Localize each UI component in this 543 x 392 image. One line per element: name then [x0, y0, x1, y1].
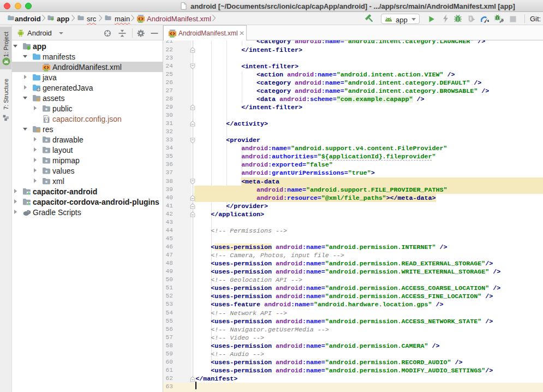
- svg-text:{·}: {·}: [44, 117, 49, 122]
